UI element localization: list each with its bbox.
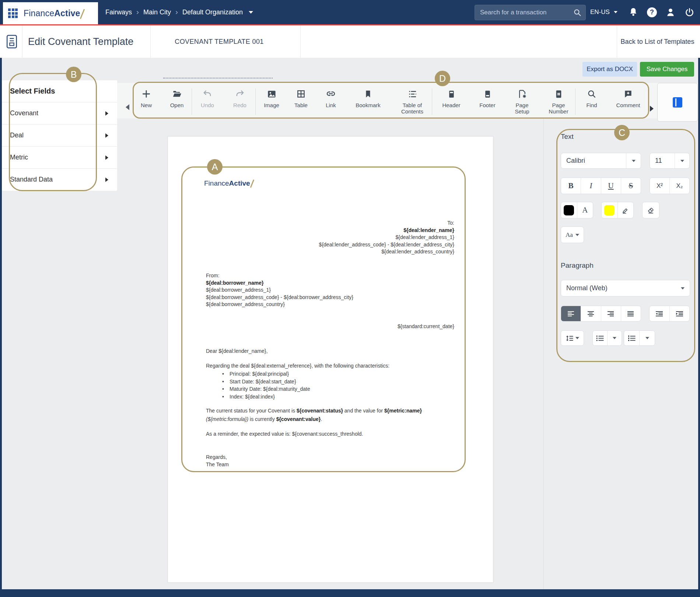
locale-selector[interactable]: EN-US [590,0,617,24]
logout-button[interactable] [685,0,694,24]
toolbar-item-label: Undo [201,102,214,108]
sidebar-item-label: Deal [10,131,24,139]
highlight-color-swatch-button[interactable] [602,202,617,218]
underline-button[interactable]: U [601,178,621,194]
document-canvas[interactable]: FinanceActive To: ${deal:lender_name} ${… [168,136,493,583]
help-icon: ? [647,7,657,17]
superscript-button[interactable]: X² [650,178,669,194]
tab-covenant-template[interactable]: COVENANT TEMPLATE 001 [162,25,276,58]
transaction-search[interactable] [475,5,586,20]
toolbar-item-table-of-contents[interactable]: Table of Contents [397,88,428,115]
search-input[interactable] [475,9,573,16]
highlight-pen-button[interactable] [617,202,634,218]
app-logo[interactable]: FinanceActive [3,2,98,24]
align-left-button[interactable] [561,306,581,321]
decrease-indent-button[interactable] [650,306,669,321]
divider [150,25,151,58]
toolbar-item-link[interactable]: Link [315,88,346,108]
toolbar-item-bookmark[interactable]: Bookmark [353,88,384,108]
font-color-swatch-button[interactable] [561,202,577,218]
breadcrumb-item-organization[interactable]: Default Organization [182,8,243,16]
toolbar-item-footer[interactable]: Footer [472,88,503,108]
bullet-list-button[interactable] [593,331,607,345]
clear-formatting-button[interactable] [642,202,659,218]
right-edge [698,58,700,597]
merge-field: ${metric:name} [384,408,422,414]
numbered-list-options-button[interactable] [639,331,655,345]
bottom-edge [0,589,700,597]
align-center-icon [587,311,595,317]
font-size-select[interactable]: 11 [650,153,690,169]
bullet-list-options-button[interactable] [607,331,622,345]
to-label: To: [319,220,454,227]
export-docx-button[interactable]: Export as DOCX [582,62,637,77]
indent-icon [676,311,683,317]
numbered-list-button[interactable] [624,331,639,345]
toolbar-item-comment[interactable]: Comment [613,88,644,108]
sidebar-item-deal[interactable]: Deal [2,124,117,146]
search-icon[interactable] [573,8,582,17]
breadcrumb-separator-icon: › [175,7,178,16]
redo-icon [235,88,245,99]
panel-layout-icon [673,97,682,108]
sidebar-item-standard-data[interactable]: Standard Data [2,168,117,190]
increase-indent-button[interactable] [669,306,690,321]
align-right-button[interactable] [601,306,621,321]
sidebar-item-metric[interactable]: Metric [2,146,117,168]
help-button[interactable]: ? [647,0,657,24]
toolbar-separator [255,88,256,115]
eraser-icon [647,206,655,214]
toolbar-item-header[interactable]: Header [436,88,467,108]
italic-button[interactable]: I [581,178,601,194]
toolbar-item-label: Page Number [547,102,570,115]
toolbar-overflow-icon[interactable] [650,106,654,112]
line-spacing-button[interactable] [561,330,584,346]
toolbar-separator [575,88,575,115]
breadcrumb-item-fairways[interactable]: Fairways [105,8,132,16]
back-to-templates-link[interactable]: Back to List of Templates [617,25,698,58]
toolbar-item-page-setup[interactable]: Page Setup [507,88,538,115]
app-launcher-grid-icon[interactable] [8,8,18,18]
bold-button[interactable]: B [561,178,581,194]
toolbar-item-label: Redo [233,102,246,108]
justify-button[interactable] [621,306,641,321]
toolbar-item-find[interactable]: Find [576,88,607,108]
sidebar-item-covenant[interactable]: Covenant [2,102,117,124]
chevron-down-icon[interactable] [249,11,253,14]
toolbar-item-label: Find [586,102,597,108]
toggle-format-panel-button[interactable] [657,83,698,122]
font-family-select[interactable]: Calibri [561,153,641,169]
toolbar-item-image[interactable]: Image [256,88,287,108]
sidebar-item-label: Standard Data [10,176,53,183]
toolbar-item-label: Page Setup [510,102,534,115]
toolbar-item-page-number[interactable]: Page Number [543,88,574,115]
chevron-right-icon [105,111,108,116]
change-case-button[interactable]: Aa [561,226,584,243]
save-changes-button[interactable]: Save Changes [640,62,694,77]
toolbar-item-open[interactable]: Open [161,88,192,108]
link-icon [326,88,336,99]
toolbar-item-redo[interactable]: Redo [224,88,255,108]
merge-field: ${deal:lender_address_country} [319,248,454,256]
align-left-icon [567,311,575,317]
yellow-swatch-icon [604,205,615,215]
toolbar-item-label: Open [170,102,184,108]
page-number-icon [554,88,563,99]
toolbar-item-undo[interactable]: Undo [192,88,223,108]
paragraph-style-select[interactable]: Normal (Web) [561,280,690,296]
notifications-button[interactable] [628,0,638,24]
align-center-button[interactable] [581,306,601,321]
merge-field: ${deal:borrower_address_1} [206,287,353,294]
toolbar-item-new[interactable]: New [131,88,162,108]
collapse-sidebar-icon[interactable] [126,104,129,110]
toolbar-item-table[interactable]: Table [286,88,316,108]
font-color-button[interactable]: A [577,202,593,218]
comment-icon [623,88,633,99]
subscript-button[interactable]: X₂ [669,178,689,194]
breadcrumb-item-main-city[interactable]: Main City [143,8,171,16]
letter-reminder: As a reminder, the expected value is: ${… [206,431,363,438]
merge-field: ${deal:lender_address_code} - ${deal:len… [319,241,454,249]
user-menu-button[interactable] [665,0,676,24]
strikethrough-button[interactable]: S [621,178,641,194]
bullet-item: Index: ${deal:index} [218,393,454,401]
